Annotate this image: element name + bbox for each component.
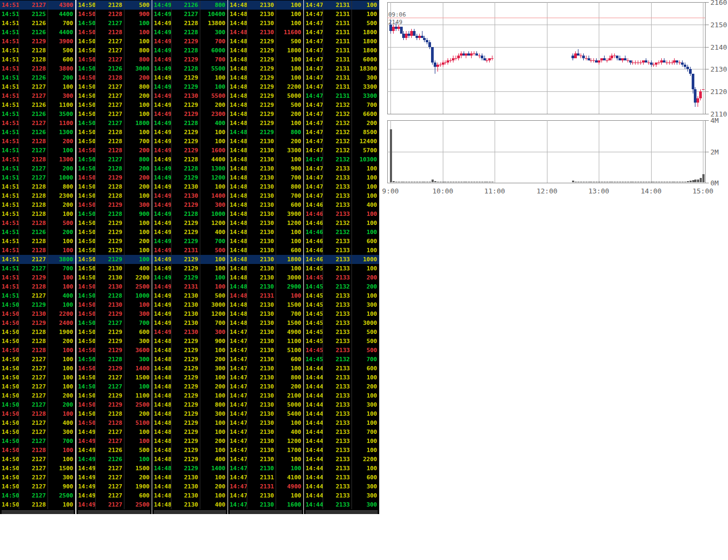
tape-row-selected[interactable]: 14:472131100 bbox=[304, 1, 379, 10]
tape-row[interactable]: 14:502127100 bbox=[0, 355, 75, 364]
tape-row[interactable]: 14:472130100 bbox=[228, 464, 303, 473]
tape-row[interactable]: 14:502128200 bbox=[76, 182, 152, 191]
tape-row[interactable]: 14:5021293600 bbox=[76, 346, 152, 355]
tape-row[interactable]: 14:502128900 bbox=[76, 10, 152, 19]
tape-row[interactable]: 14:502130100 bbox=[76, 300, 152, 309]
tape-row[interactable]: 14:49212813800 bbox=[152, 19, 228, 28]
tape-row[interactable]: 14:4821303300 bbox=[228, 146, 303, 155]
tape-row[interactable]: 14:502129200 bbox=[76, 237, 152, 246]
tape-row[interactable]: 14:47213118300 bbox=[304, 64, 379, 73]
tape-row[interactable]: 14:502129100 bbox=[76, 228, 152, 237]
tape-row[interactable]: 14:472132700 bbox=[304, 100, 379, 110]
tape-row[interactable]: 14:452133200 bbox=[304, 273, 379, 282]
tape-row[interactable]: 14:512126200 bbox=[0, 228, 75, 237]
tape-row[interactable]: 14:502129300 bbox=[76, 337, 152, 346]
tape-row[interactable]: 14:502128100 bbox=[76, 191, 152, 200]
tape-row[interactable]: 14:4721311800 bbox=[304, 37, 379, 46]
tape-row[interactable]: 14:482129100 bbox=[152, 427, 228, 437]
tape-row[interactable]: 14:502127800 bbox=[76, 46, 152, 55]
tape-row[interactable]: 14:472132200 bbox=[304, 119, 379, 128]
tape-row[interactable]: 14:512128100 bbox=[0, 237, 75, 246]
tape-row[interactable]: 14:512126700 bbox=[0, 19, 75, 28]
tape-row[interactable]: 14:482129200 bbox=[152, 437, 228, 446]
tape-row[interactable]: 14:502127100 bbox=[76, 110, 152, 119]
tape-row[interactable]: 14:4821295000 bbox=[228, 91, 303, 100]
tape-row[interactable]: 14:472130400 bbox=[228, 427, 303, 437]
tape-row[interactable]: 14:4721314100 bbox=[228, 473, 303, 482]
tape-row[interactable]: 14:502128200 bbox=[76, 409, 152, 418]
tape-row[interactable]: 14:482130100 bbox=[228, 155, 303, 164]
tape-row[interactable]: 14:4921292300 bbox=[152, 110, 228, 119]
tape-row[interactable]: 14:502128200 bbox=[76, 146, 152, 155]
tape-row[interactable]: 14:5121271000 bbox=[0, 173, 75, 182]
tape-row[interactable]: 14:4921291200 bbox=[152, 219, 228, 228]
tape-row[interactable]: 14:502127400 bbox=[0, 418, 75, 427]
tape-row[interactable]: 14:4821301500 bbox=[228, 318, 303, 328]
tape-row[interactable]: 14:492129700 bbox=[152, 237, 228, 246]
tape-row[interactable]: 14:492129200 bbox=[152, 100, 228, 110]
tape-row[interactable]: 14:502129100 bbox=[0, 300, 75, 309]
tape-row[interactable]: 14:4821302900 bbox=[228, 282, 303, 291]
tape-row[interactable]: 14:492128400 bbox=[152, 119, 228, 128]
tape-row[interactable]: 14:502128100 bbox=[0, 346, 75, 355]
tape-row[interactable]: 14:502128100 bbox=[0, 446, 75, 455]
tape-row[interactable]: 14:482130600 bbox=[228, 246, 303, 255]
tape-row[interactable]: 14:4721326600 bbox=[304, 110, 379, 119]
tape-row[interactable]: 14:492130300 bbox=[152, 328, 228, 337]
tape-row[interactable]: 14:5121293900 bbox=[0, 37, 75, 46]
tape-row[interactable]: 14:492129100 bbox=[152, 273, 228, 282]
tape-row[interactable]: 14:502129200 bbox=[76, 173, 152, 182]
tape-row[interactable]: 14:4721311800 bbox=[304, 28, 379, 37]
tape-row[interactable]: 14:5021292500 bbox=[76, 400, 152, 409]
tape-row[interactable]: 14:502129300 bbox=[76, 200, 152, 209]
tape-row[interactable]: 14:472130100 bbox=[228, 418, 303, 427]
tape-row[interactable]: 14:5121264400 bbox=[0, 28, 75, 37]
tape-row[interactable]: 14:442133600 bbox=[304, 473, 379, 482]
tape-row[interactable]: 14:502128200 bbox=[76, 164, 152, 173]
tape-row[interactable]: 14:472131500 bbox=[304, 19, 379, 28]
tape-row[interactable]: 14:47213210300 bbox=[304, 155, 379, 164]
tape-row[interactable]: 14:512127300 bbox=[0, 91, 75, 100]
tape-row[interactable]: 14:5021302200 bbox=[76, 273, 152, 282]
tape-row[interactable]: 14:4821291400 bbox=[152, 464, 228, 473]
tape-row[interactable]: 14:492126500 bbox=[76, 446, 152, 455]
tape-row[interactable]: 14:472130100 bbox=[228, 455, 303, 464]
tape-row[interactable]: 14:512128500 bbox=[0, 219, 75, 228]
tape-row[interactable]: 14:482129800 bbox=[228, 128, 303, 137]
tape-row[interactable]: 14:4721301100 bbox=[228, 337, 303, 346]
tape-row[interactable]: 14:4721313300 bbox=[304, 91, 379, 100]
tape-row[interactable]: 14:4721305400 bbox=[228, 409, 303, 418]
tape-row[interactable]: 14:5121282300 bbox=[0, 191, 75, 200]
tape-row[interactable]: 14:442133100 bbox=[304, 464, 379, 473]
tape-row[interactable]: 14:512127100 bbox=[0, 82, 75, 91]
tape-row[interactable]: 14:5121271100 bbox=[0, 119, 75, 128]
tape-row[interactable]: 14:4921281000 bbox=[152, 209, 228, 219]
tape-row[interactable]: 14:4521333000 bbox=[304, 318, 379, 328]
tape-row[interactable]: 14:452133100 bbox=[304, 309, 379, 318]
tape-row[interactable]: 14:472131300 bbox=[304, 73, 379, 82]
tape-row[interactable]: 14:502127900 bbox=[0, 482, 75, 491]
scrollbar-track[interactable] bbox=[230, 510, 302, 514]
tape-row[interactable]: 14:492129100 bbox=[152, 264, 228, 273]
tape-row[interactable]: 14:472133100 bbox=[304, 164, 379, 173]
tape-row[interactable]: 14:492130500 bbox=[152, 291, 228, 300]
tape-row[interactable]: 14:502127100 bbox=[76, 19, 152, 28]
tape-row[interactable]: 14:4921281300 bbox=[152, 164, 228, 173]
tape-row[interactable]: 14:502127100 bbox=[0, 364, 75, 373]
tape-row-selected[interactable]: 14:5121273800 bbox=[0, 255, 75, 264]
tape-row[interactable]: 14:4821291800 bbox=[228, 46, 303, 55]
tape-row[interactable]: 14:472133100 bbox=[304, 173, 379, 182]
tape-row[interactable]: 14:5021302500 bbox=[76, 282, 152, 291]
tape-row[interactable]: 14:4921272500 bbox=[76, 500, 152, 509]
tape-row[interactable]: 14:4921291600 bbox=[152, 146, 228, 155]
tape-row[interactable]: 14:492129400 bbox=[152, 228, 228, 237]
tape-row[interactable]: 14:492130100 bbox=[152, 182, 228, 191]
tape-row[interactable]: 14:482129100 bbox=[152, 373, 228, 382]
tape-row[interactable]: 14:47213212400 bbox=[304, 137, 379, 146]
tape-row[interactable]: 14:462133100 bbox=[304, 209, 379, 219]
tape-row[interactable]: 14:482129100 bbox=[228, 55, 303, 64]
tape-row[interactable]: 14:502127100 bbox=[0, 373, 75, 382]
tape-row[interactable]: 14:4721301700 bbox=[228, 446, 303, 455]
tape-row[interactable]: 14:4721313300 bbox=[304, 82, 379, 91]
tape-row[interactable]: 14:4721301200 bbox=[228, 437, 303, 446]
